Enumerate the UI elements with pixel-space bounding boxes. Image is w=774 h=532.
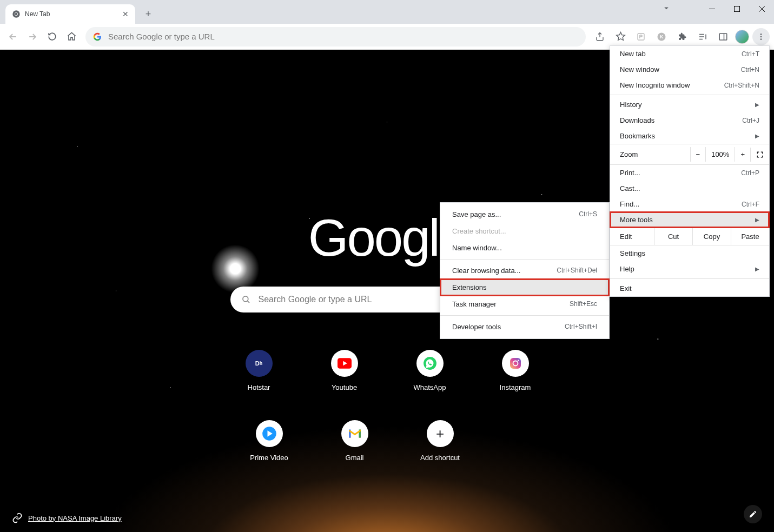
menu-paste[interactable]: Paste xyxy=(731,228,769,245)
menu-bookmarks[interactable]: Bookmarks▶ xyxy=(610,128,769,144)
submenu-save-page[interactable]: Save page as...Ctrl+S xyxy=(440,206,609,223)
submenu-clear-data[interactable]: Clear browsing data...Ctrl+Shift+Del xyxy=(440,262,609,279)
shortcut-label: Prime Video xyxy=(250,454,288,462)
menu-more-tools[interactable]: More tools▶ xyxy=(610,212,769,228)
forward-button[interactable] xyxy=(24,28,41,45)
svg-point-2 xyxy=(15,13,18,16)
link-icon xyxy=(12,513,23,523)
shortcut-label: Hotstar xyxy=(248,383,270,391)
browser-tab[interactable]: New Tab ✕ xyxy=(5,4,135,24)
menu-exit[interactable]: Exit xyxy=(610,281,769,296)
menu-edit-row: Edit Cut Copy Paste xyxy=(610,228,769,245)
menu-settings[interactable]: Settings xyxy=(610,245,769,261)
profile-avatar[interactable] xyxy=(735,30,749,44)
svg-text:K: K xyxy=(660,34,664,39)
svg-point-21 xyxy=(518,360,519,361)
customize-button[interactable] xyxy=(744,505,762,523)
svg-line-16 xyxy=(247,301,249,303)
shortcuts-row-2: Prime Video Gmail + Add shortcut xyxy=(248,420,462,462)
menu-cast[interactable]: Cast... xyxy=(610,181,769,196)
edit-label: Edit xyxy=(610,228,654,245)
chrome-main-menu: New tabCtrl+T New windowCtrl+N New Incog… xyxy=(610,45,770,297)
window-controls xyxy=(699,0,774,17)
whatsapp-icon xyxy=(416,350,444,377)
photo-credit-link[interactable]: Photo by NASA Image Library xyxy=(28,514,122,522)
menu-downloads[interactable]: DownloadsCtrl+J xyxy=(610,112,769,128)
zoom-in-button[interactable]: + xyxy=(735,147,750,162)
svg-point-14 xyxy=(760,38,762,40)
new-tab-button[interactable]: + xyxy=(141,6,156,22)
tab-favicon xyxy=(12,10,21,18)
extension-icon-1[interactable] xyxy=(632,28,650,45)
chevron-right-icon: ▶ xyxy=(755,217,759,223)
menu-help[interactable]: Help▶ xyxy=(610,261,769,277)
address-bar[interactable] xyxy=(85,27,586,46)
zoom-label: Zoom xyxy=(620,150,690,158)
reading-list-icon[interactable] xyxy=(694,28,711,45)
menu-print[interactable]: Print...Ctrl+P xyxy=(610,165,769,181)
menu-history[interactable]: History▶ xyxy=(610,97,769,112)
zoom-out-button[interactable]: − xyxy=(690,147,706,162)
add-shortcut-button[interactable]: + Add shortcut xyxy=(419,420,462,462)
share-icon[interactable] xyxy=(591,28,608,45)
shortcut-label: WhatsApp xyxy=(414,383,446,391)
zoom-value: 100% xyxy=(705,147,735,162)
gmail-icon xyxy=(341,420,368,447)
submenu-extensions[interactable]: Extensions xyxy=(440,279,609,296)
tab-close-icon[interactable]: ✕ xyxy=(122,10,129,18)
tab-title: New Tab xyxy=(25,10,122,18)
extension-icon-2[interactable]: K xyxy=(653,28,670,45)
extensions-puzzle-icon[interactable] xyxy=(673,28,691,45)
side-panel-icon[interactable] xyxy=(715,28,732,45)
menu-copy[interactable]: Copy xyxy=(693,228,731,245)
hotstar-icon: Dh xyxy=(246,350,273,377)
more-tools-submenu: Save page as...Ctrl+S Create shortcut...… xyxy=(440,202,610,339)
back-button[interactable] xyxy=(4,28,22,45)
instagram-icon xyxy=(502,350,529,377)
svg-point-12 xyxy=(760,34,762,35)
shortcut-whatsapp[interactable]: WhatsApp xyxy=(408,350,452,391)
menu-find[interactable]: Find...Ctrl+F xyxy=(610,196,769,212)
fullscreen-button[interactable] xyxy=(750,148,769,162)
toolbar-actions: K xyxy=(591,28,770,45)
shortcut-hotstar[interactable]: Dh Hotstar xyxy=(237,350,281,391)
menu-new-window[interactable]: New windowCtrl+N xyxy=(610,62,769,77)
shortcut-label: Gmail xyxy=(346,454,364,462)
omnibox-input[interactable] xyxy=(108,32,578,41)
submenu-name-window[interactable]: Name window... xyxy=(440,240,609,256)
menu-incognito[interactable]: New Incognito windowCtrl+Shift+N xyxy=(610,77,769,93)
titlebar: New Tab ✕ + xyxy=(0,0,774,24)
chevron-right-icon: ▶ xyxy=(755,266,759,272)
shortcut-youtube[interactable]: Youtube xyxy=(323,350,366,391)
pencil-icon xyxy=(749,510,757,518)
maximize-button[interactable] xyxy=(724,0,749,17)
shortcut-label: Youtube xyxy=(332,383,357,391)
shortcut-label: Instagram xyxy=(500,383,531,391)
home-button[interactable] xyxy=(63,28,80,45)
chrome-menu-button[interactable] xyxy=(752,28,770,45)
minimize-button[interactable] xyxy=(699,0,724,17)
menu-cut[interactable]: Cut xyxy=(654,228,693,245)
svg-rect-19 xyxy=(510,358,521,369)
google-icon xyxy=(93,32,102,41)
close-window-button[interactable] xyxy=(749,0,774,17)
shortcuts-row-1: Dh Hotstar Youtube WhatsApp Instagram xyxy=(237,350,537,391)
submenu-dev-tools[interactable]: Developer toolsCtrl+Shift+I xyxy=(440,318,609,335)
bookmark-star-icon[interactable] xyxy=(612,28,629,45)
submenu-task-manager[interactable]: Task managerShift+Esc xyxy=(440,296,609,312)
reload-button[interactable] xyxy=(43,28,61,45)
menu-new-tab[interactable]: New tabCtrl+T xyxy=(610,46,769,62)
shortcut-instagram[interactable]: Instagram xyxy=(494,350,537,391)
chevron-right-icon: ▶ xyxy=(755,133,759,139)
photo-attribution: Photo by NASA Image Library xyxy=(12,513,122,523)
search-icon xyxy=(241,295,251,304)
submenu-create-shortcut: Create shortcut... xyxy=(440,223,609,240)
menu-zoom: Zoom − 100% + xyxy=(610,144,769,165)
tab-search-icon[interactable] xyxy=(661,3,671,13)
svg-point-15 xyxy=(243,296,248,302)
svg-rect-4 xyxy=(734,6,739,11)
chevron-right-icon: ▶ xyxy=(755,102,759,108)
youtube-icon xyxy=(331,350,358,377)
shortcut-primevideo[interactable]: Prime Video xyxy=(248,420,291,462)
shortcut-gmail[interactable]: Gmail xyxy=(333,420,376,462)
